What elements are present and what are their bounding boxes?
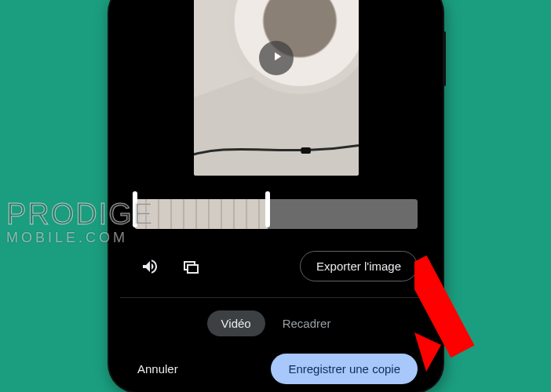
video-thumbnail[interactable] [194,0,359,176]
tab-crop[interactable]: Recadrer [268,310,345,336]
cancel-button[interactable]: Annuler [134,356,181,382]
export-image-button[interactable]: Exporter l'image [300,251,418,281]
play-button[interactable] [259,41,294,75]
trim-handle-end[interactable] [265,191,270,227]
watermark: PRODIGE MOBILE.COM [6,199,155,245]
video-trim-timeline[interactable] [134,194,418,234]
save-copy-button[interactable]: Enregistrer une copie [271,354,418,384]
video-preview-area [120,0,432,180]
bottom-bar: Annuler Enregistrer une copie [134,354,418,384]
divider [120,297,432,298]
tab-video[interactable]: Vidéo [207,310,265,336]
stage: Exporter l'image Vidéo Recadrer Annuler … [0,0,551,392]
video-content-cable [194,138,359,162]
phone-frame: Exporter l'image Vidéo Recadrer Annuler … [109,0,443,392]
phone-screen: Exporter l'image Vidéo Recadrer Annuler … [120,0,432,392]
svg-rect-0 [301,147,311,154]
watermark-line1: PRODIGE [6,199,155,229]
timeline-unselected-range [268,199,418,229]
controls-row: Exporter l'image [134,251,418,281]
timeline-track [134,199,418,229]
frame-export-icon[interactable] [181,257,200,276]
segmented-control: Vidéo Recadrer [120,310,432,336]
watermark-line2: MOBILE.COM [6,230,155,245]
video-content-cup [225,0,359,94]
play-icon [268,49,284,67]
icon-group [134,257,200,276]
volume-icon[interactable] [140,257,159,276]
